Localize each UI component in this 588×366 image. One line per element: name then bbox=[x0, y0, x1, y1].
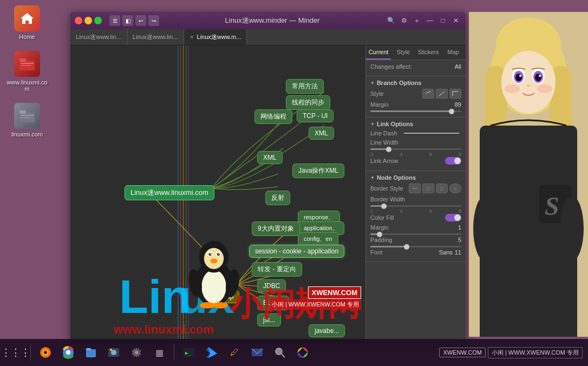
branch-margin-slider[interactable] bbox=[370, 110, 461, 112]
window-min-icon[interactable]: — bbox=[424, 15, 435, 26]
app-tabs: Linux迷www.lin... Linux迷www.lin... ✕ Linu… bbox=[70, 29, 466, 45]
color-fill-row: Color Fill bbox=[370, 214, 461, 221]
files-button[interactable] bbox=[81, 342, 101, 363]
gimp-button[interactable]: 🖊 bbox=[224, 342, 245, 363]
svg-point-43 bbox=[537, 84, 552, 93]
line-width-slider[interactable] bbox=[370, 148, 461, 150]
border-style-pill[interactable]: ○ bbox=[449, 184, 461, 193]
branch-style-3[interactable] bbox=[449, 89, 461, 99]
border-width-label: Border Width bbox=[370, 196, 405, 202]
node-margin-slider[interactable] bbox=[370, 233, 461, 235]
tab-2-label: Linux迷www.lin... bbox=[133, 33, 178, 41]
color-fill-label: Color Fill bbox=[370, 214, 394, 221]
node-jst[interactable]: jst... bbox=[257, 313, 281, 326]
taskmanager-button[interactable]: ▦ bbox=[149, 342, 169, 363]
node-java-xml[interactable]: Java操作XML bbox=[292, 164, 344, 178]
color-picker-button[interactable] bbox=[292, 342, 313, 363]
chrome-button[interactable] bbox=[58, 342, 79, 363]
mail-button[interactable] bbox=[247, 342, 267, 363]
window-close-icon[interactable]: ✕ bbox=[450, 15, 461, 26]
node-zhuanfa[interactable]: 转发 - 重定向 bbox=[252, 262, 302, 277]
node-jsp[interactable]: jsp bbox=[219, 290, 239, 303]
svg-point-51 bbox=[44, 351, 47, 354]
svg-rect-6 bbox=[21, 115, 34, 116]
settings-icon[interactable]: ⚙ bbox=[398, 15, 409, 26]
node-padding-value: 5 bbox=[458, 237, 461, 243]
line-width-labels: 2468 bbox=[370, 152, 461, 157]
border-style-buttons: — □ □ ○ bbox=[409, 184, 461, 193]
titlebar-icon-1[interactable]: ☰ bbox=[109, 15, 120, 26]
taskbar-wm-box-1: XWENW.COM bbox=[439, 348, 486, 357]
border-style-none[interactable]: — bbox=[409, 184, 421, 193]
window-max-icon[interactable]: □ bbox=[437, 15, 448, 26]
node-tcp[interactable]: TCP - UI bbox=[297, 109, 334, 122]
node-changyong[interactable]: 常用方法 bbox=[286, 79, 324, 94]
border-width-row: Border Width 2468 bbox=[370, 196, 461, 214]
desktop-icon-www-linuxmi[interactable]: www.linuxmi.com bbox=[5, 51, 49, 92]
photos-button[interactable] bbox=[103, 342, 124, 363]
panel-tab-stickers[interactable]: Stickers bbox=[416, 45, 441, 60]
desktop-icon-home[interactable]: Home bbox=[14, 5, 40, 40]
border-style-square[interactable]: □ bbox=[422, 184, 434, 193]
home-label: Home bbox=[19, 34, 35, 40]
zoom-icon[interactable]: 🔍 bbox=[386, 15, 396, 26]
settings-button[interactable] bbox=[126, 342, 147, 363]
redo-button[interactable]: ↪ bbox=[148, 15, 159, 26]
close-button[interactable] bbox=[75, 17, 82, 24]
panel-tab-style[interactable]: Style bbox=[391, 45, 416, 60]
svg-rect-30 bbox=[485, 66, 507, 256]
branch-style-buttons bbox=[422, 89, 461, 99]
tab-2[interactable]: Linux迷www.lin... bbox=[127, 29, 184, 45]
line-width-label: Line Width bbox=[370, 139, 398, 146]
border-style-round[interactable]: □ bbox=[436, 184, 448, 193]
node-root[interactable]: Linux迷www.linuxmi.com bbox=[125, 185, 214, 200]
branch-style-2[interactable] bbox=[436, 89, 448, 99]
node-session[interactable]: session - cookie - application bbox=[249, 245, 344, 258]
desktop-icon-linuxmi[interactable]: linuxmi.com bbox=[11, 103, 43, 138]
node-fanshe[interactable]: 反射 bbox=[265, 191, 290, 205]
branch-style-1[interactable] bbox=[422, 89, 434, 99]
tab-1[interactable]: Linux迷www.lin... bbox=[70, 29, 127, 45]
border-width-slider[interactable] bbox=[370, 205, 461, 207]
node-wangluo[interactable]: 网络编程 bbox=[254, 109, 292, 124]
svg-point-47 bbox=[473, 196, 497, 261]
node-xiancheng[interactable]: 线程的同步 bbox=[286, 95, 330, 110]
panel-tab-current[interactable]: Current bbox=[366, 45, 391, 60]
node-9da[interactable]: 9大内置对象 bbox=[252, 221, 300, 236]
apps-grid-button[interactable]: ⋮⋮⋮ bbox=[5, 342, 26, 363]
node-xml2[interactable]: XML bbox=[257, 151, 283, 164]
node-margin-value: 1 bbox=[458, 224, 461, 231]
taskbar-wm-xwenw: XWENW.COM bbox=[439, 348, 486, 357]
taskbar: ⋮⋮⋮ bbox=[0, 339, 588, 366]
add-icon[interactable]: ＋ bbox=[411, 15, 422, 26]
node-xml1[interactable]: XML bbox=[309, 127, 334, 140]
node-padding-slider[interactable] bbox=[370, 246, 461, 247]
svg-rect-45 bbox=[539, 185, 572, 223]
node-config[interactable]: config、en bbox=[298, 232, 338, 246]
svg-point-38 bbox=[515, 74, 522, 81]
tab-3[interactable]: ✕ Linux迷www.m... bbox=[184, 29, 247, 45]
tab-close-icon[interactable]: ✕ bbox=[190, 34, 194, 40]
panel-tab-map[interactable]: Map bbox=[441, 45, 466, 60]
font-size-value: 11 bbox=[455, 249, 461, 256]
svg-point-53 bbox=[66, 350, 70, 355]
link-arrow-toggle[interactable] bbox=[445, 157, 461, 165]
changes-affect-label: Changes affect: bbox=[370, 63, 412, 70]
search-button[interactable] bbox=[270, 342, 290, 363]
firefox-button[interactable] bbox=[35, 342, 56, 363]
mindmap-canvas[interactable]: Linux迷www.linuxmi.com 常用方法 线程的同步 网络编程 TC… bbox=[70, 45, 365, 342]
titlebar-icon-2[interactable]: ◧ bbox=[122, 15, 133, 26]
terminal-button[interactable]: ▶_ bbox=[179, 342, 199, 363]
svg-text:S: S bbox=[545, 192, 559, 220]
minimize-button[interactable] bbox=[84, 17, 92, 24]
node-javabe[interactable]: javabe... bbox=[309, 324, 345, 337]
maximize-button[interactable] bbox=[94, 17, 102, 24]
line-dash-row: Line Dash bbox=[370, 130, 461, 136]
vscode-button[interactable] bbox=[201, 342, 222, 363]
undo-button[interactable]: ↩ bbox=[135, 15, 146, 26]
node-jdbc[interactable]: JDBC bbox=[257, 279, 286, 292]
border-width-labels: 2468 bbox=[370, 208, 461, 214]
svg-rect-44 bbox=[480, 126, 577, 337]
color-fill-toggle[interactable] bbox=[445, 214, 461, 221]
node-el[interactable]: EL表... bbox=[257, 296, 289, 310]
